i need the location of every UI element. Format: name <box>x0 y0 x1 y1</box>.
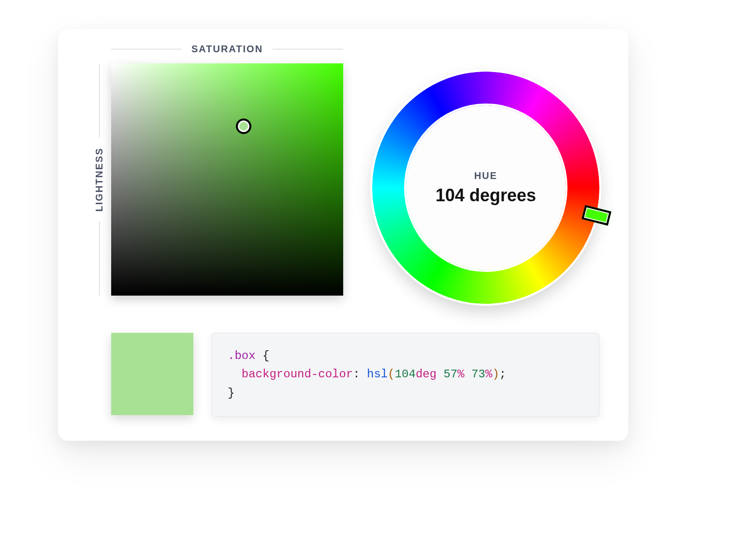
code-arg2-unit: % <box>485 368 492 381</box>
color-swatch <box>111 333 193 415</box>
code-brace-close: } <box>228 387 234 400</box>
code-brace-open: { <box>262 349 269 362</box>
code-arg2-val: 73 <box>471 368 485 381</box>
lightness-axis-label: LIGHTNESS <box>94 148 105 211</box>
divider <box>99 63 100 138</box>
saturation-axis-label-row: SATURATION <box>111 44 343 55</box>
code-arg0-val: 104 <box>395 368 416 381</box>
code-arg1-val: 57 <box>444 368 458 381</box>
sl-black-layer <box>111 63 343 296</box>
code-colon: : <box>353 368 360 381</box>
saturation-lightness-section: SATURATION LIGHTNESS <box>87 44 343 296</box>
bottom-row: .box { background-color: hsl(104deg 57% … <box>111 333 599 417</box>
code-func: hsl <box>367 368 388 381</box>
divider <box>111 49 182 49</box>
color-picker-panel: SATURATION LIGHTNESS <box>58 29 628 441</box>
hue-wheel[interactable]: HUE 104 degrees <box>372 72 599 304</box>
code-arg0-unit: deg <box>416 368 436 381</box>
code-property: background-color <box>242 368 353 381</box>
sl-thumb[interactable] <box>236 119 251 134</box>
code-paren-open: ( <box>388 368 394 381</box>
hue-label: HUE <box>474 170 497 181</box>
saturation-lightness-field[interactable] <box>111 63 343 296</box>
top-row: SATURATION LIGHTNESS <box>87 44 599 304</box>
saturation-axis-label: SATURATION <box>191 44 263 55</box>
hue-center: HUE 104 degrees <box>406 105 566 270</box>
hue-value: 104 degrees <box>436 185 536 206</box>
code-arg1-unit: % <box>457 368 464 381</box>
sl-body: LIGHTNESS <box>87 63 343 296</box>
code-selector: .box <box>228 349 256 362</box>
code-paren-close: ) <box>492 368 499 381</box>
divider <box>99 221 100 296</box>
code-semicolon: ; <box>499 368 506 381</box>
css-code-block: .box { background-color: hsl(104deg 57% … <box>212 333 599 417</box>
lightness-axis-label-col: LIGHTNESS <box>87 63 111 296</box>
divider <box>273 49 343 49</box>
